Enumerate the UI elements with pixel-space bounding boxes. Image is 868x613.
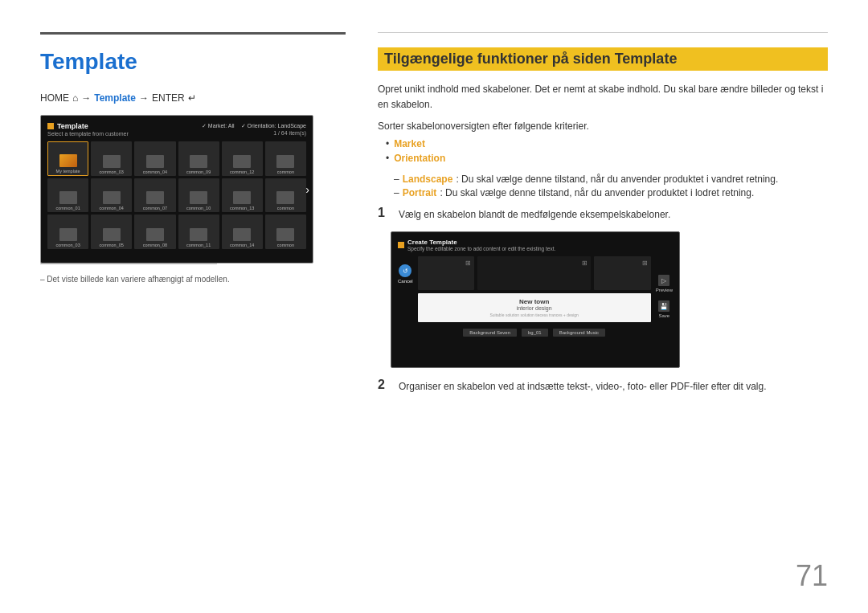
cell-icon-3 xyxy=(190,155,207,168)
cell-icon-16 xyxy=(233,228,251,241)
template-ui-header: Template Select a template from customer… xyxy=(47,122,306,137)
cell-label-7: common_04 xyxy=(100,206,124,210)
cell-icon-7 xyxy=(103,191,121,204)
template-nav-arrow-right[interactable]: › xyxy=(305,183,309,196)
ct-header: Create Template Specify the editable zon… xyxy=(398,239,673,251)
step-2-text: Organiser en skabelon ved at indsætte te… xyxy=(399,378,767,394)
cell-icon-5 xyxy=(276,155,294,168)
cell-icon-15 xyxy=(190,228,207,241)
cell-icon-11 xyxy=(276,191,294,204)
template-cell-11[interactable]: common xyxy=(265,178,306,213)
template-cell-15[interactable]: common_11 xyxy=(178,215,219,249)
cell-label-13: common_05 xyxy=(100,243,124,247)
template-cell-7[interactable]: common_04 xyxy=(91,178,132,213)
home-label: HOME xyxy=(40,92,69,104)
sub-portrait: Portrait : Du skal vælge denne tilstand,… xyxy=(394,187,828,198)
cell-label-17: common xyxy=(277,243,294,247)
cell-icon-13 xyxy=(103,228,121,241)
template-ui-subtitle: Select a template from customer xyxy=(47,131,129,137)
ct-save-icon: 💾 xyxy=(658,300,669,312)
step-1: 1 Vælg en skabelon blandt de medfølgende… xyxy=(378,206,828,222)
filter-market: ✓ Market: All xyxy=(202,123,235,129)
section-title: Tilgængelige funktioner på siden Templat… xyxy=(378,47,828,71)
sub-list: Landscape : Du skal vælge denne tilstand… xyxy=(394,174,828,201)
template-cell-13[interactable]: common_05 xyxy=(91,215,132,249)
template-cell-3[interactable]: common_09 xyxy=(178,141,219,176)
ct-subtitle: Specify the editable zone to add content… xyxy=(407,246,555,251)
cell-label-my: My template xyxy=(56,169,80,174)
ct-footer-btn2[interactable]: bg_01 xyxy=(522,329,548,337)
top-divider-left xyxy=(40,32,346,35)
ct-icon xyxy=(398,242,404,248)
cell-icon-4 xyxy=(233,155,251,168)
ct-cancel-icon: ↺ xyxy=(399,264,411,277)
bullet-list: Market Orientation xyxy=(386,138,828,167)
screen-icon-main: ⊞ xyxy=(582,260,588,267)
cell-label-12: common_03 xyxy=(55,243,80,247)
ct-screens: ⊞ ⊞ ⊞ xyxy=(418,256,651,290)
ct-screen-left: ⊞ xyxy=(418,256,475,290)
breadcrumb: HOME ⌂ → Template → ENTER ↵ xyxy=(40,92,346,104)
bullet-market: Market xyxy=(386,138,828,149)
ct-center: ⊞ ⊞ ⊞ New town interior design Suitable … xyxy=(418,256,651,337)
home-icon: ⌂ xyxy=(72,92,78,104)
template-cell-14[interactable]: common_08 xyxy=(134,215,175,249)
template-cell-1[interactable]: common_03 xyxy=(91,141,132,176)
cell-label-9: common_10 xyxy=(186,206,211,210)
cell-icon-17 xyxy=(276,228,294,241)
ct-footer-btn3[interactable]: Background Music xyxy=(553,329,605,337)
cell-label-3: common_09 xyxy=(186,170,211,174)
template-cell-my[interactable]: My template xyxy=(47,141,88,176)
cell-label-10: common_13 xyxy=(230,206,254,210)
cell-icon-my xyxy=(59,154,77,167)
ct-footer: Background Seven bg_01 Background Music xyxy=(418,329,651,337)
cell-icon-14 xyxy=(146,228,164,241)
ct-preview-btn[interactable]: ▷ Preview xyxy=(656,275,673,292)
template-cell-9[interactable]: common_10 xyxy=(178,178,219,213)
template-cell-10[interactable]: common_13 xyxy=(222,178,263,213)
page-number: 71 xyxy=(796,559,828,593)
template-ui-mockup: Template Select a template from customer… xyxy=(40,115,313,264)
template-note: – Det viste billede kan variere afhængig… xyxy=(40,275,346,284)
template-cell-17[interactable]: common xyxy=(265,215,306,249)
left-column: Template HOME ⌂ → Template → ENTER ↵ Tem… xyxy=(40,32,346,589)
template-link[interactable]: Template xyxy=(94,92,136,104)
cell-label-4: common_12 xyxy=(230,170,254,174)
template-cell-16[interactable]: common_14 xyxy=(222,215,263,249)
ct-text-small: Suitable solution solution tiecess tranc… xyxy=(426,313,643,317)
cell-label-16: common_14 xyxy=(230,243,254,247)
template-cell-2[interactable]: common_04 xyxy=(134,141,175,176)
template-cell-8[interactable]: common_07 xyxy=(134,178,175,213)
template-ui-count: 1 / 64 item(s) xyxy=(273,130,306,136)
ct-right-panel: ▷ Preview 💾 Save xyxy=(656,256,673,337)
ct-save-btn[interactable]: 💾 Save xyxy=(658,300,669,318)
ct-title: Create Template xyxy=(407,239,555,246)
cell-label-1: common_03 xyxy=(100,170,124,174)
template-cell-4[interactable]: common_12 xyxy=(222,141,263,176)
cell-icon-8 xyxy=(146,191,164,204)
screen-icon-right: ⊞ xyxy=(642,260,648,267)
ct-screen-main: ⊞ xyxy=(477,256,591,290)
ct-footer-btn1[interactable]: Background Seven xyxy=(463,329,517,337)
enter-label: ENTER xyxy=(152,92,185,104)
filter-orientation: ✓ Orientation: LandScape xyxy=(241,123,307,129)
cell-label-8: common_07 xyxy=(143,206,167,210)
ct-text-line1: New town xyxy=(426,298,643,305)
sub-landscape: Landscape : Du skal vælge denne tilstand… xyxy=(394,174,828,185)
cell-label-2: common_04 xyxy=(143,170,167,174)
step-1-text: Vælg en skabelon blandt de medfølgende e… xyxy=(399,206,670,222)
template-cell-12[interactable]: common_03 xyxy=(47,215,88,249)
template-icon xyxy=(47,123,54,129)
cell-label-11: common xyxy=(277,206,294,210)
template-cell-5[interactable]: common xyxy=(265,141,306,176)
ct-body: ↺ Cancel ⊞ ⊞ ⊞ xyxy=(398,256,673,337)
cell-label-5: common xyxy=(277,170,294,174)
cell-label-15: common_11 xyxy=(186,243,211,247)
screen-icon-left: ⊞ xyxy=(465,260,471,267)
cell-icon-10 xyxy=(233,191,251,204)
ct-cancel-btn[interactable]: ↺ Cancel xyxy=(398,264,413,284)
create-template-ui-mockup: Create Template Specify the editable zon… xyxy=(391,231,680,368)
template-cell-6[interactable]: common_01 xyxy=(47,178,88,213)
cell-icon-6 xyxy=(59,191,77,204)
section-desc: Opret unikt indhold med skabeloner. Det … xyxy=(378,82,828,112)
